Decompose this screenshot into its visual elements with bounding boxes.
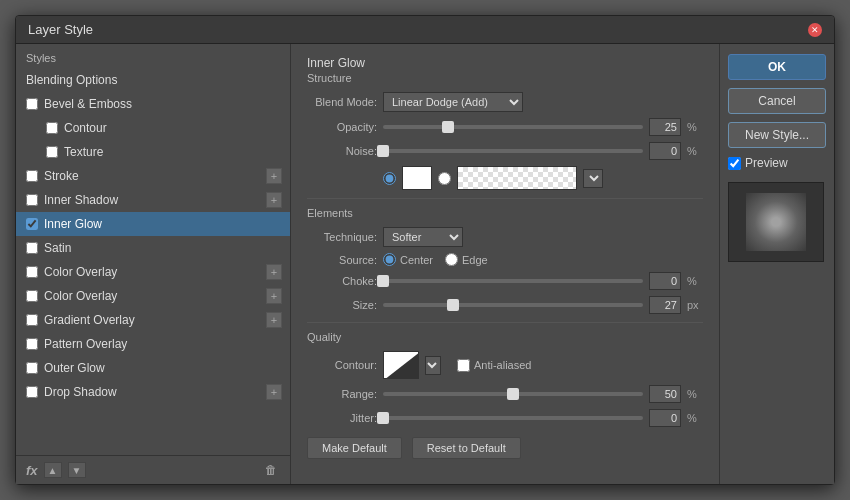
range-label: Range:: [307, 388, 377, 400]
anti-aliased-label[interactable]: Anti-aliased: [457, 359, 531, 372]
contour-select[interactable]: ▼: [425, 356, 441, 375]
move-down-button[interactable]: ▼: [68, 462, 86, 478]
jitter-slider-track[interactable]: [383, 416, 643, 420]
opacity-slider-track[interactable]: [383, 125, 643, 129]
anti-aliased-checkbox[interactable]: [457, 359, 470, 372]
gradient-type-select[interactable]: ▼: [583, 169, 603, 188]
drop-shadow-plus-button[interactable]: +: [266, 384, 282, 400]
color-overlay-1-checkbox[interactable]: [26, 266, 38, 278]
elements-title: Elements: [307, 207, 703, 219]
title-bar: Layer Style ✕: [16, 16, 834, 44]
color-overlay-1-label: Color Overlay: [44, 265, 117, 279]
sidebar-item-color-overlay-2[interactable]: Color Overlay +: [16, 284, 290, 308]
new-style-button[interactable]: New Style...: [728, 122, 826, 148]
inner-shadow-plus-button[interactable]: +: [266, 192, 282, 208]
gradient-overlay-plus-button[interactable]: +: [266, 312, 282, 328]
preview-checkbox[interactable]: [728, 157, 741, 170]
ok-button[interactable]: OK: [728, 54, 826, 80]
make-default-button[interactable]: Make Default: [307, 437, 402, 459]
sidebar-item-drop-shadow[interactable]: Drop Shadow +: [16, 380, 290, 404]
bevel-emboss-label: Bevel & Emboss: [44, 97, 132, 111]
stroke-plus-button[interactable]: +: [266, 168, 282, 184]
preview-checkbox-row: Preview: [728, 156, 826, 170]
color-overlay-1-plus-button[interactable]: +: [266, 264, 282, 280]
reset-to-default-button[interactable]: Reset to Default: [412, 437, 521, 459]
gradient-swatch[interactable]: [457, 166, 577, 190]
move-up-button[interactable]: ▲: [44, 462, 62, 478]
sidebar-item-inner-shadow[interactable]: Inner Shadow +: [16, 188, 290, 212]
blend-mode-row: Blend Mode: Linear Dodge (Add) Normal Sc…: [307, 92, 703, 112]
sidebar-item-outer-glow[interactable]: Outer Glow: [16, 356, 290, 380]
jitter-input[interactable]: [649, 409, 681, 427]
source-center-radio[interactable]: [383, 253, 396, 266]
range-input[interactable]: [649, 385, 681, 403]
size-slider-track[interactable]: [383, 303, 643, 307]
source-edge-radio[interactable]: [445, 253, 458, 266]
noise-slider-container: [383, 149, 643, 153]
choke-input[interactable]: [649, 272, 681, 290]
cancel-button[interactable]: Cancel: [728, 88, 826, 114]
jitter-slider-thumb[interactable]: [377, 412, 389, 424]
source-row: Source: Center Edge: [307, 253, 703, 266]
outer-glow-checkbox[interactable]: [26, 362, 38, 374]
divider-1: [307, 198, 703, 199]
gradient-color-radio[interactable]: [438, 172, 451, 185]
pattern-overlay-checkbox[interactable]: [26, 338, 38, 350]
preview-inner: [746, 193, 806, 251]
texture-checkbox[interactable]: [46, 146, 58, 158]
contour-label: Contour:: [307, 359, 377, 371]
delete-button[interactable]: 🗑: [262, 462, 280, 478]
bevel-emboss-checkbox[interactable]: [26, 98, 38, 110]
size-input[interactable]: [649, 296, 681, 314]
preview-box: [728, 182, 824, 262]
sidebar-item-inner-glow[interactable]: Inner Glow: [16, 212, 290, 236]
technique-select[interactable]: Softer Precise: [383, 227, 463, 247]
opacity-slider-thumb[interactable]: [442, 121, 454, 133]
noise-input[interactable]: [649, 142, 681, 160]
choke-slider-container: [383, 279, 643, 283]
sidebar-item-gradient-overlay[interactable]: Gradient Overlay +: [16, 308, 290, 332]
sidebar-item-blending-options[interactable]: Blending Options: [16, 68, 290, 92]
gradient-overlay-checkbox[interactable]: [26, 314, 38, 326]
sidebar-item-texture[interactable]: Texture: [16, 140, 290, 164]
stroke-checkbox[interactable]: [26, 170, 38, 182]
range-unit: %: [687, 388, 703, 400]
sidebar-item-stroke[interactable]: Stroke +: [16, 164, 290, 188]
sidebar-item-color-overlay-1[interactable]: Color Overlay +: [16, 260, 290, 284]
color-overlay-2-plus-button[interactable]: +: [266, 288, 282, 304]
choke-slider-thumb[interactable]: [377, 275, 389, 287]
choke-slider-track[interactable]: [383, 279, 643, 283]
contour-checkbox[interactable]: [46, 122, 58, 134]
sidebar-item-pattern-overlay[interactable]: Pattern Overlay: [16, 332, 290, 356]
inner-glow-checkbox[interactable]: [26, 218, 38, 230]
drop-shadow-checkbox[interactable]: [26, 386, 38, 398]
inner-shadow-checkbox[interactable]: [26, 194, 38, 206]
close-button[interactable]: ✕: [808, 23, 822, 37]
color-swatch[interactable]: [402, 166, 432, 190]
inner-glow-label: Inner Glow: [44, 217, 102, 231]
contour-preview[interactable]: [383, 351, 419, 379]
opacity-input[interactable]: [649, 118, 681, 136]
blend-mode-select[interactable]: Linear Dodge (Add) Normal Screen Multipl…: [383, 92, 523, 112]
sidebar-item-satin[interactable]: Satin: [16, 236, 290, 260]
center-panel: Inner Glow Structure Blend Mode: Linear …: [291, 44, 719, 484]
technique-row: Technique: Softer Precise: [307, 227, 703, 247]
source-edge-option[interactable]: Edge: [445, 253, 488, 266]
range-slider-track[interactable]: [383, 392, 643, 396]
styles-header: Styles: [16, 44, 290, 68]
solid-color-radio[interactable]: [383, 172, 396, 185]
color-overlay-2-checkbox[interactable]: [26, 290, 38, 302]
opacity-label: Opacity:: [307, 121, 377, 133]
gradient-overlay-label: Gradient Overlay: [44, 313, 135, 327]
size-label: Size:: [307, 299, 377, 311]
source-center-option[interactable]: Center: [383, 253, 433, 266]
range-slider-thumb[interactable]: [507, 388, 519, 400]
noise-slider-thumb[interactable]: [377, 145, 389, 157]
noise-unit: %: [687, 145, 703, 157]
noise-slider-track[interactable]: [383, 149, 643, 153]
source-radio-group: Center Edge: [383, 253, 488, 266]
size-slider-thumb[interactable]: [447, 299, 459, 311]
sidebar-item-bevel-emboss[interactable]: Bevel & Emboss: [16, 92, 290, 116]
sidebar-item-contour[interactable]: Contour: [16, 116, 290, 140]
satin-checkbox[interactable]: [26, 242, 38, 254]
